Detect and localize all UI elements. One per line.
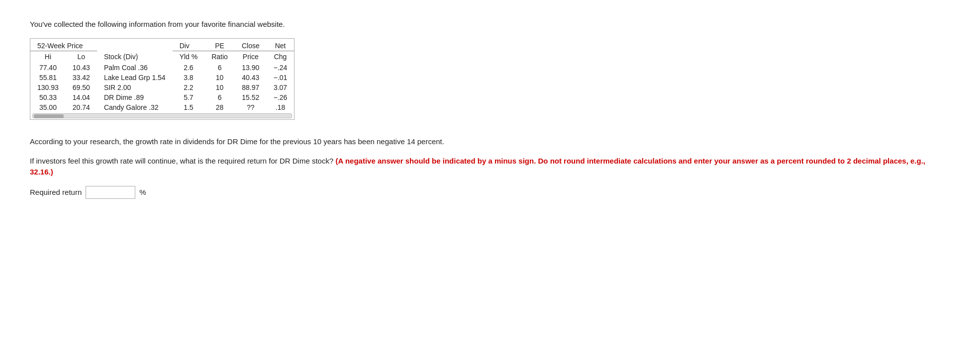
table-row: 35.00 20.74 Candy Galore .32 1.5 28 ?? .… xyxy=(30,102,294,112)
net-header: Net xyxy=(267,39,294,51)
div-yld-header: Div xyxy=(173,39,205,51)
cell-net: 3.07 xyxy=(267,83,294,92)
ratio-col-header: Ratio xyxy=(204,51,235,63)
cell-stock: Lake Lead Grp 1.54 xyxy=(97,73,173,83)
scrollbar-row xyxy=(30,112,294,119)
percent-sign: % xyxy=(139,188,146,196)
cell-hi: 35.00 xyxy=(30,102,66,112)
cell-close: ?? xyxy=(235,102,267,112)
answer-label: Required return xyxy=(30,188,82,196)
question-before: If investors feel this growth rate will … xyxy=(30,157,333,165)
cell-hi: 50.33 xyxy=(30,92,66,102)
cell-lo: 69.50 xyxy=(66,83,97,92)
cell-net: −.24 xyxy=(267,63,294,73)
cell-stock: DR Dime .89 xyxy=(97,92,173,102)
cell-close: 88.97 xyxy=(235,83,267,92)
scrollbar-thumb xyxy=(34,114,64,118)
cell-pe: 6 xyxy=(204,63,235,73)
table-row: 50.33 14.04 DR Dime .89 5.7 6 15.52 −.26 xyxy=(30,92,294,102)
cell-hi: 130.93 xyxy=(30,83,66,92)
intro-text: You've collected the following informati… xyxy=(30,20,950,28)
cell-pe: 10 xyxy=(204,83,235,92)
cell-net: .18 xyxy=(267,102,294,112)
cell-hi: 77.40 xyxy=(30,63,66,73)
stock-col-header: Stock (Div) xyxy=(97,51,173,63)
cell-close: 40.43 xyxy=(235,73,267,83)
cell-stock: SIR 2.00 xyxy=(97,83,173,92)
cell-lo: 10.43 xyxy=(66,63,97,73)
hi-col-header: Hi xyxy=(30,51,66,63)
price-col-header: Price xyxy=(235,51,267,63)
required-return-input[interactable] xyxy=(86,186,135,199)
cell-net: −.01 xyxy=(267,73,294,83)
cell-yld: 2.2 xyxy=(173,83,205,92)
cell-close: 13.90 xyxy=(235,63,267,73)
cell-pe: 10 xyxy=(204,73,235,83)
table-row: 130.93 69.50 SIR 2.00 2.2 10 88.97 3.07 xyxy=(30,83,294,92)
yld-col-header: Yld % xyxy=(173,51,205,63)
cell-lo: 14.04 xyxy=(66,92,97,102)
table-row: 77.40 10.43 Palm Coal .36 2.6 6 13.90 −.… xyxy=(30,63,294,73)
cell-hi: 55.81 xyxy=(30,73,66,83)
answer-row: Required return % xyxy=(30,186,950,199)
lo-col-header: Lo xyxy=(66,51,97,63)
cell-pe: 28 xyxy=(204,102,235,112)
pe-header: PE xyxy=(204,39,235,51)
data-table: 52-Week Price Div PE Close Net Hi Lo Sto… xyxy=(30,38,294,120)
table-row: 55.81 33.42 Lake Lead Grp 1.54 3.8 10 40… xyxy=(30,73,294,83)
close-header: Close xyxy=(235,39,267,51)
cell-close: 15.52 xyxy=(235,92,267,102)
week-price-header: 52-Week Price xyxy=(37,42,83,50)
question-text: If investors feel this growth rate will … xyxy=(30,156,950,178)
cell-stock: Palm Coal .36 xyxy=(97,63,173,73)
cell-lo: 33.42 xyxy=(66,73,97,83)
cell-pe: 6 xyxy=(204,92,235,102)
cell-lo: 20.74 xyxy=(66,102,97,112)
cell-yld: 1.5 xyxy=(173,102,205,112)
research-text: According to your research, the growth r… xyxy=(30,136,950,148)
cell-yld: 5.7 xyxy=(173,92,205,102)
table-header-row-1: 52-Week Price Div PE Close Net xyxy=(30,39,294,51)
cell-stock: Candy Galore .32 xyxy=(97,102,173,112)
cell-yld: 2.6 xyxy=(173,63,205,73)
cell-net: −.26 xyxy=(267,92,294,102)
scrollbar[interactable] xyxy=(32,113,292,118)
table-header-row-2: Hi Lo Stock (Div) Yld % Ratio Price Chg xyxy=(30,51,294,63)
cell-yld: 3.8 xyxy=(173,73,205,83)
chg-col-header: Chg xyxy=(267,51,294,63)
